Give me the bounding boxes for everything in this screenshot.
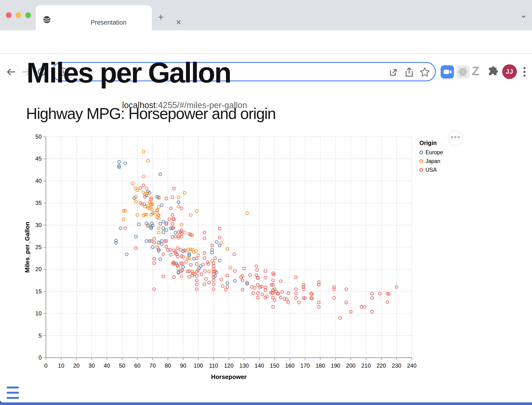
x-tick-label: 100: [194, 362, 203, 369]
data-point-usa: [153, 241, 156, 244]
data-point-usa: [171, 222, 174, 225]
data-point-usa: [371, 310, 374, 313]
data-point-europe: [160, 240, 163, 243]
scatter-chart-canvas[interactable]: 0102030405060708090100110120130140150160…: [0, 0, 532, 405]
data-point-japan: [147, 159, 150, 162]
y-tick-label: 35: [35, 200, 42, 206]
data-point-usa: [208, 281, 210, 284]
data-point-europe: [159, 222, 162, 225]
data-point-europe: [165, 229, 168, 231]
data-point-japan: [180, 223, 183, 226]
data-point-usa: [196, 263, 198, 265]
data-point-usa: [203, 237, 206, 240]
data-point-usa: [162, 253, 165, 256]
data-point-usa: [345, 301, 348, 304]
y-tick-label: 45: [35, 155, 42, 162]
data-point-europe: [134, 235, 137, 238]
data-point-europe: [159, 258, 162, 260]
x-tick-label: 200: [346, 362, 355, 369]
y-tick-label: 50: [35, 133, 42, 140]
data-point-japan: [122, 218, 125, 221]
data-point-usa: [142, 184, 145, 187]
data-point-usa: [196, 288, 198, 290]
data-point-usa: [172, 187, 175, 190]
data-point-europe: [159, 173, 162, 176]
data-point-japan: [180, 275, 183, 278]
data-point-usa: [170, 207, 172, 210]
y-tick-label: 40: [35, 178, 42, 184]
y-tick-label: 30: [35, 222, 42, 228]
data-point-usa: [339, 317, 341, 319]
data-point-usa: [345, 288, 348, 290]
data-point-usa: [371, 292, 374, 295]
data-point-japan: [177, 205, 180, 208]
data-point-usa: [272, 305, 274, 308]
data-point-usa: [252, 292, 255, 295]
data-point-usa: [188, 275, 191, 278]
data-point-usa: [153, 237, 156, 240]
data-point-japan: [196, 209, 198, 212]
x-tick-label: 240: [407, 362, 416, 369]
y-axis-title: Miles_per_Gallon: [24, 222, 31, 272]
data-point-usa: [221, 285, 224, 287]
data-point-japan: [145, 187, 148, 190]
data-point-usa: [233, 253, 236, 256]
slide-menu-button[interactable]: [7, 386, 19, 402]
data-point-europe: [174, 231, 177, 234]
y-tick-label: 5: [39, 332, 42, 339]
data-point-usa: [153, 262, 156, 264]
legend-title: Origin: [419, 140, 443, 146]
data-point-usa: [153, 257, 156, 260]
data-point-japan: [131, 182, 134, 185]
data-point-usa: [294, 297, 297, 299]
data-point-usa: [203, 251, 206, 254]
data-point-japan: [142, 150, 145, 153]
legend-label: USA: [425, 167, 437, 173]
data-point-japan: [208, 270, 210, 273]
y-tick-label: 25: [35, 244, 42, 250]
chart-actions-button[interactable]: •••: [448, 130, 463, 146]
data-point-usa: [317, 305, 320, 308]
data-point-europe: [192, 257, 195, 260]
data-point-europe: [119, 227, 122, 230]
data-point-usa: [171, 214, 174, 216]
data-point-usa: [294, 288, 297, 290]
data-point-usa: [185, 260, 188, 263]
data-point-usa: [171, 196, 174, 199]
data-point-europe: [160, 243, 163, 246]
data-point-europe: [234, 279, 236, 282]
data-point-usa: [281, 290, 284, 293]
data-point-usa: [226, 274, 229, 277]
data-point-japan: [183, 191, 186, 194]
data-point-japan: [142, 175, 145, 178]
data-point-usa: [165, 197, 168, 200]
x-tick-label: 30: [89, 362, 95, 369]
data-point-usa: [204, 270, 206, 272]
data-point-usa: [196, 279, 198, 282]
data-point-usa: [250, 285, 253, 288]
data-point-usa: [218, 227, 221, 230]
x-tick-label: 190: [331, 362, 340, 369]
legend-ring-icon: [419, 150, 423, 154]
data-point-usa: [360, 305, 363, 308]
x-tick-label: 150: [270, 362, 279, 369]
x-tick-label: 0: [44, 362, 47, 369]
data-point-usa: [371, 297, 374, 299]
y-tick-label: 0: [39, 354, 42, 361]
data-point-usa: [170, 253, 172, 256]
x-tick-label: 50: [119, 362, 125, 369]
y-tick-label: 15: [35, 288, 42, 295]
data-point-usa: [226, 285, 229, 288]
data-point-europe: [162, 220, 165, 223]
data-point-usa: [287, 301, 290, 304]
data-point-japan: [226, 247, 229, 250]
data-point-usa: [189, 263, 192, 266]
data-point-usa: [333, 297, 335, 299]
x-tick-label: 140: [255, 362, 264, 369]
data-point-usa: [279, 280, 282, 283]
data-point-usa: [180, 235, 183, 238]
data-point-usa: [124, 227, 127, 230]
data-point-europe: [162, 227, 165, 230]
x-tick-label: 210: [361, 362, 371, 369]
legend-label: Europe: [425, 149, 443, 156]
